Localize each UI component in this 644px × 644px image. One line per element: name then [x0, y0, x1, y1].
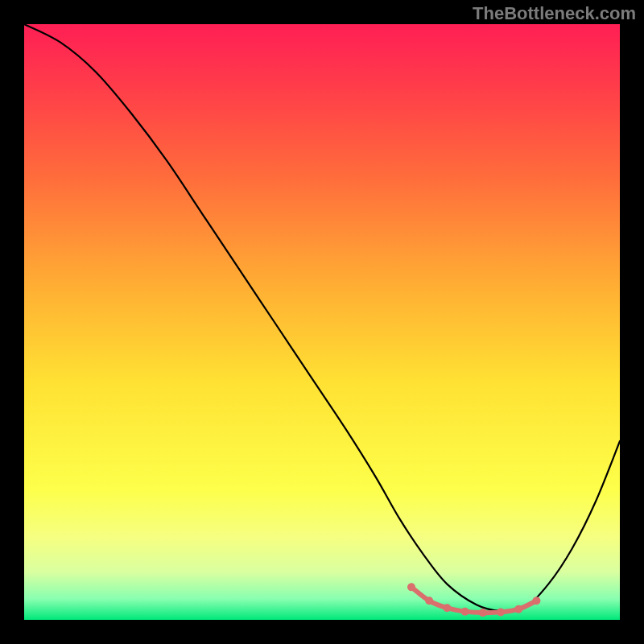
- series-highlight-marker: [443, 604, 451, 612]
- series-highlight-marker: [479, 609, 487, 617]
- series-highlight-marker: [461, 608, 469, 616]
- series-highlight-marker: [407, 583, 415, 591]
- series-highlight-marker: [497, 608, 505, 616]
- series-highlight-marker: [514, 605, 522, 613]
- chart-plot-area: [24, 24, 620, 620]
- series-highlight-marker: [532, 597, 540, 605]
- gradient-background: [24, 24, 620, 620]
- chart-svg: [24, 24, 620, 620]
- series-highlight-marker: [425, 597, 433, 605]
- watermark-text: TheBottleneck.com: [473, 3, 636, 24]
